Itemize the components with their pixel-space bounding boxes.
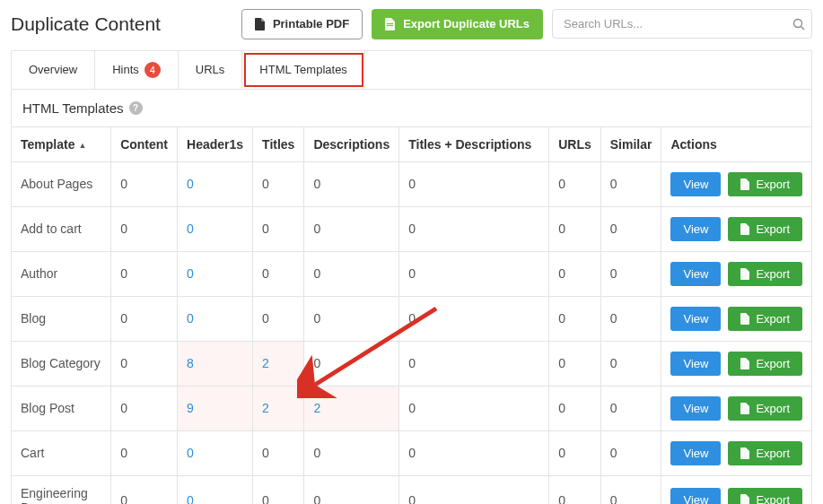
- cell-header1s[interactable]: 0: [178, 430, 253, 475]
- cell-template: Blog: [12, 296, 111, 341]
- cell-header1s[interactable]: 0: [178, 296, 253, 341]
- view-button[interactable]: View: [670, 217, 721, 241]
- view-button[interactable]: View: [670, 262, 721, 286]
- col-content[interactable]: Content: [111, 126, 178, 161]
- cell-urls: 0: [549, 475, 601, 504]
- cell-urls: 0: [549, 386, 601, 430]
- cell-content: 0: [111, 386, 178, 430]
- printable-pdf-label: Printable PDF: [273, 17, 349, 31]
- cell-td: 0: [399, 251, 549, 296]
- col-header1s[interactable]: Header1s: [178, 126, 253, 161]
- tab-label: Overview: [29, 63, 77, 76]
- help-icon[interactable]: ?: [129, 101, 143, 115]
- table-row: Blog Post0922000ViewExport: [12, 386, 811, 430]
- cell-template: Engineering Box: [12, 475, 111, 504]
- search-wrap: [552, 9, 812, 39]
- cell-content: 0: [111, 206, 178, 251]
- col-titles[interactable]: Titles: [253, 126, 304, 161]
- export-label: Export: [756, 447, 790, 460]
- cell-header1s[interactable]: 9: [178, 386, 253, 430]
- cell-descriptions: 0: [304, 206, 399, 251]
- file-icon: [740, 403, 750, 414]
- cell-td: 0: [399, 475, 549, 504]
- cell-descriptions: 0: [304, 251, 399, 296]
- view-button[interactable]: View: [670, 307, 721, 331]
- export-button[interactable]: Export: [728, 217, 802, 241]
- cell-template: Blog Post: [12, 386, 111, 430]
- cell-titles: 0: [253, 161, 304, 206]
- table-row: Add to cart0000000ViewExport: [12, 206, 811, 251]
- cell-td: 0: [399, 386, 549, 430]
- export-icon: [385, 18, 396, 30]
- tab-hints[interactable]: Hints4: [95, 51, 179, 89]
- cell-header1s[interactable]: 0: [178, 206, 253, 251]
- export-button[interactable]: Export: [728, 441, 802, 465]
- tab-overview[interactable]: Overview: [12, 51, 95, 89]
- svg-rect-0: [387, 23, 393, 24]
- col-urls[interactable]: URLs: [549, 126, 601, 161]
- cell-content: 0: [111, 296, 178, 341]
- file-icon: [740, 313, 750, 325]
- cell-actions: ViewExport: [661, 251, 811, 296]
- cell-header1s[interactable]: 0: [178, 251, 253, 296]
- export-label: Export: [756, 357, 790, 370]
- cell-titles[interactable]: 2: [253, 386, 304, 430]
- file-icon: [255, 18, 266, 30]
- col-descriptions[interactable]: Descriptions: [304, 126, 399, 161]
- cell-actions: ViewExport: [661, 206, 811, 251]
- cell-template: Cart: [12, 430, 111, 475]
- export-button[interactable]: Export: [728, 262, 802, 286]
- hints-badge: 4: [144, 62, 161, 78]
- export-button[interactable]: Export: [728, 488, 802, 504]
- cell-descriptions[interactable]: 2: [304, 386, 399, 430]
- panel-title: HTML Templates: [22, 100, 124, 116]
- cell-header1s[interactable]: 8: [178, 341, 253, 386]
- export-label: Export: [756, 493, 790, 504]
- table-row: Author0000000ViewExport: [12, 251, 811, 296]
- col-titles-descriptions[interactable]: Titles + Descriptions: [399, 126, 549, 161]
- cell-template: Blog Category: [12, 341, 111, 386]
- view-button[interactable]: View: [670, 172, 721, 196]
- col-template[interactable]: Template▲: [12, 126, 111, 161]
- cell-urls: 0: [549, 296, 601, 341]
- export-button[interactable]: Export: [728, 172, 802, 196]
- cell-descriptions: 0: [304, 296, 399, 341]
- tab-html-templates[interactable]: HTML Templates: [242, 51, 365, 89]
- cell-urls: 0: [549, 251, 601, 296]
- cell-td: 0: [399, 296, 549, 341]
- cell-similar: 0: [600, 206, 661, 251]
- export-button[interactable]: Export: [728, 396, 802, 421]
- cell-titles[interactable]: 2: [253, 341, 304, 386]
- export-button[interactable]: Export: [728, 307, 802, 331]
- sort-asc-icon: ▲: [78, 141, 86, 150]
- cell-header1s[interactable]: 0: [178, 161, 253, 206]
- cell-template: Add to cart: [12, 206, 111, 251]
- view-button[interactable]: View: [670, 488, 721, 504]
- page-title: Duplicate Content: [11, 13, 161, 35]
- tab-urls[interactable]: URLs: [179, 51, 243, 89]
- svg-rect-1: [387, 25, 393, 26]
- templates-table: Template▲ Content Header1s Titles Descri…: [12, 126, 811, 504]
- cell-content: 0: [111, 341, 178, 386]
- search-input[interactable]: [552, 9, 812, 39]
- cell-actions: ViewExport: [661, 475, 811, 504]
- export-label: Export: [756, 222, 790, 236]
- view-button[interactable]: View: [670, 441, 721, 465]
- cell-header1s[interactable]: 0: [178, 475, 253, 504]
- printable-pdf-button[interactable]: Printable PDF: [241, 9, 363, 39]
- file-icon: [740, 494, 750, 504]
- file-icon: [740, 178, 750, 190]
- export-duplicate-urls-button[interactable]: Export Duplicate URLs: [372, 9, 543, 39]
- cell-actions: ViewExport: [661, 161, 811, 206]
- col-similar[interactable]: Similar: [600, 126, 661, 161]
- view-button[interactable]: View: [670, 352, 721, 376]
- cell-urls: 0: [549, 206, 601, 251]
- file-icon: [740, 358, 750, 369]
- cell-similar: 0: [600, 386, 661, 430]
- table-row: Blog0000000ViewExport: [12, 296, 811, 341]
- cell-similar: 0: [600, 341, 661, 386]
- export-label: Export: [756, 267, 790, 281]
- export-button[interactable]: Export: [728, 352, 802, 376]
- view-button[interactable]: View: [670, 396, 721, 421]
- table-row: About Pages0000000ViewExport: [12, 161, 811, 206]
